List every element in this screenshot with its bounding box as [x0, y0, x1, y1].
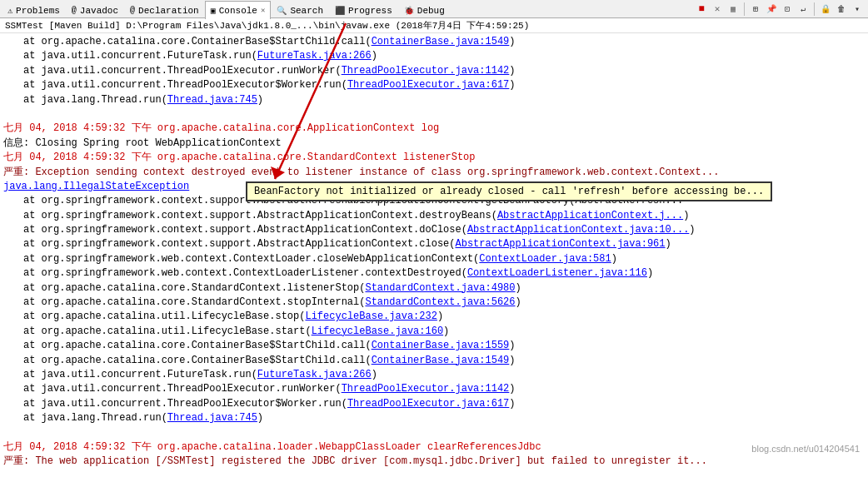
separator1	[744, 2, 745, 16]
line-20: at java.util.concurrent.ThreadPoolExecut…	[3, 397, 865, 411]
link-10[interactable]: ContextLoader.java:581	[479, 253, 611, 265]
link-4[interactable]: ThreadPoolExecutor.java:617	[347, 79, 509, 91]
line-log-2: 七月 04, 2018 4:59:32 下午 org.apache.catali…	[3, 151, 865, 165]
tab-progress-label: Progress	[348, 6, 392, 16]
link-7[interactable]: AbstractApplicationContext.j...	[497, 210, 683, 221]
search-icon: 🔍	[277, 6, 287, 16]
link-14[interactable]: LifecycleBase.java:232	[305, 311, 436, 322]
line-11: at org.springframework.web.context.Conte…	[3, 266, 865, 281]
link-21[interactable]: Thread.java:745	[167, 412, 257, 424]
tab-declaration[interactable]: @ Declaration	[124, 1, 205, 19]
link-2[interactable]: FutureTask.java:266	[257, 50, 372, 62]
link-18[interactable]: FutureTask.java:266	[257, 369, 372, 380]
tab-javadoc-label: Javadoc	[80, 6, 118, 16]
line-3: at java.util.concurrent.ThreadPoolExecut…	[3, 64, 865, 78]
line-9: at org.springframework.context.support.A…	[3, 237, 865, 251]
tab-search-label: Search	[290, 6, 323, 16]
problems-icon: ⚠	[7, 6, 12, 16]
remove-launches-button[interactable]: ▦	[726, 2, 741, 17]
line-19: at java.util.concurrent.ThreadPoolExecut…	[3, 382, 865, 396]
scroll-lock-button[interactable]: 🔒	[818, 2, 833, 17]
console-icon: ▣	[211, 6, 216, 16]
link-8[interactable]: AbstractApplicationContext.java:10...	[467, 224, 689, 236]
console-output[interactable]: at org.apache.catalina.core.ContainerBas…	[0, 33, 868, 469]
tab-search[interactable]: 🔍 Search	[271, 1, 329, 19]
watermark-text: blog.csdn.net/u014204541	[751, 444, 860, 454]
path-bar: SSMTest [Maven Build] D:\Program Files\J…	[0, 18, 868, 33]
stop-button[interactable]: ■	[694, 2, 709, 17]
link-5[interactable]: Thread.java:745	[167, 94, 257, 106]
watermark: blog.csdn.net/u014204541	[751, 444, 860, 454]
link-19[interactable]: ThreadPoolExecutor.java:1142	[342, 383, 510, 395]
line-18: at java.util.concurrent.FutureTask.run(F…	[3, 368, 865, 382]
line-8: at org.springframework.context.support.A…	[3, 223, 865, 237]
line-13: at org.apache.catalina.core.StandardCont…	[3, 296, 865, 310]
blank-1	[3, 107, 865, 122]
line-14: at org.apache.catalina.util.LifecycleBas…	[3, 310, 865, 324]
link-11[interactable]: ContextLoaderListener.java:116	[467, 267, 647, 279]
javadoc-icon: @	[72, 6, 77, 15]
tab-console[interactable]: ▣ Console ✕	[205, 1, 272, 19]
separator2	[814, 2, 815, 16]
tooltip-box: BeanFactory not initialized or already c…	[246, 181, 772, 201]
tab-bar: ⚠ Problems @ Javadoc @ Declaration ▣ Con…	[0, 0, 868, 18]
blank-2	[3, 426, 865, 440]
tab-problems-label: Problems	[16, 6, 60, 16]
display-options-button[interactable]: ⊡	[780, 2, 795, 17]
clear-button[interactable]: 🗑	[834, 2, 849, 17]
view-menu-button[interactable]: ▾	[850, 2, 865, 17]
tab-console-label: Console	[219, 6, 257, 16]
terminate-all-button[interactable]: ✕	[710, 2, 725, 17]
debug-icon: 🐞	[404, 6, 414, 16]
tab-declaration-label: Declaration	[138, 6, 199, 16]
link-1[interactable]: ContainerBase.java:1549	[372, 36, 510, 47]
link-20[interactable]: ThreadPoolExecutor.java:617	[347, 398, 509, 410]
line-severe-2: 严重: The web application [/SSMTest] regis…	[3, 455, 865, 469]
line-log-3: 七月 04, 2018 4:59:32 下午 org.apache.catali…	[3, 440, 865, 455]
line-severe-1: 严重: Exception sending context destroyed …	[3, 166, 865, 180]
link-9[interactable]: AbstractApplicationContext.java:961	[455, 238, 665, 250]
link-13[interactable]: StandardContext.java:5626	[365, 296, 515, 308]
path-bar-text: SSMTest [Maven Build] D:\Program Files\J…	[5, 19, 529, 32]
line-17: at org.apache.catalina.core.ContainerBas…	[3, 354, 865, 368]
exception-link[interactable]: java.lang.IllegalStateException	[3, 181, 189, 192]
pin-button[interactable]: 📌	[764, 2, 779, 17]
link-15[interactable]: LifecycleBase.java:160	[312, 325, 443, 337]
console-close-icon[interactable]: ✕	[261, 6, 265, 15]
line-16: at org.apache.catalina.core.ContainerBas…	[3, 339, 865, 353]
link-17[interactable]: ContainerBase.java:1549	[372, 355, 510, 366]
line-1: at org.apache.catalina.core.ContainerBas…	[3, 35, 865, 49]
tooltip-text: BeanFactory not initialized or already c…	[254, 186, 764, 197]
declaration-icon: @	[130, 6, 135, 15]
line-5: at java.lang.Thread.run(Thread.java:745)	[3, 93, 865, 107]
line-4: at java.util.concurrent.ThreadPoolExecut…	[3, 78, 865, 92]
word-wrap-button[interactable]: ↵	[796, 2, 811, 17]
line-log-1: 七月 04, 2018 4:59:32 下午 org.apache.catali…	[3, 122, 865, 136]
tab-progress[interactable]: ⬛ Progress	[329, 1, 398, 19]
toolbar-spacer	[451, 0, 694, 17]
line-10: at org.springframework.web.context.Conte…	[3, 252, 865, 266]
new-console-button[interactable]: ⊞	[748, 2, 763, 17]
link-12[interactable]: StandardContext.java:4980	[365, 282, 515, 294]
tab-debug[interactable]: 🐞 Debug	[398, 1, 451, 19]
line-12: at org.apache.catalina.core.StandardCont…	[3, 281, 865, 296]
link-16[interactable]: ContainerBase.java:1559	[372, 340, 510, 351]
link-3[interactable]: ThreadPoolExecutor.java:1142	[342, 65, 510, 77]
tab-javadoc[interactable]: @ Javadoc	[66, 1, 124, 19]
line-21: at java.lang.Thread.run(Thread.java:745)	[3, 411, 865, 425]
tab-problems[interactable]: ⚠ Problems	[2, 1, 66, 19]
line-15: at org.apache.catalina.util.LifecycleBas…	[3, 325, 865, 339]
line-2: at java.util.concurrent.FutureTask.run(F…	[3, 49, 865, 63]
progress-icon: ⬛	[335, 6, 345, 16]
line-7: at org.springframework.context.support.A…	[3, 209, 865, 223]
line-info-1: 信息: Closing Spring root WebApplicationCo…	[3, 137, 865, 151]
tab-debug-label: Debug	[417, 6, 445, 16]
